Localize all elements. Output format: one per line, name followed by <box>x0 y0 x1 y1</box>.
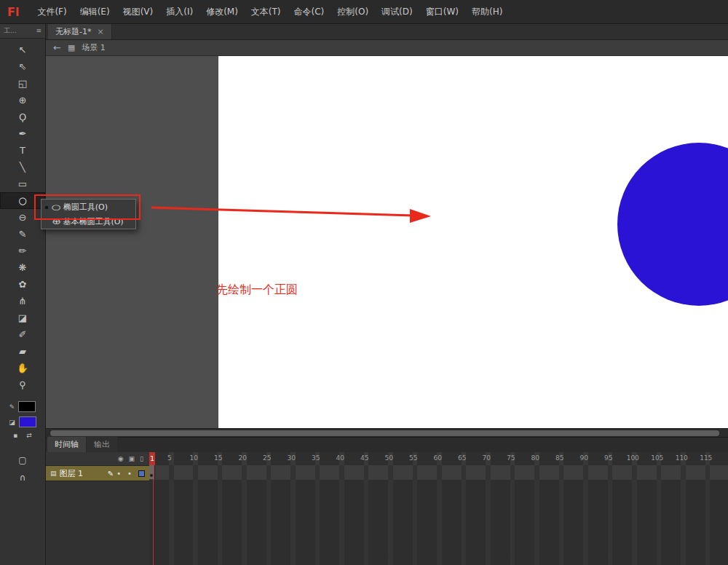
layer-lock-dot[interactable]: • <box>127 470 132 478</box>
color-swatches: ✎ ◪ ▪ ⇄ <box>0 399 45 441</box>
tool-icon: Ϙ <box>19 111 26 122</box>
paint-bucket-tool[interactable]: ◪ <box>0 309 45 326</box>
rectangle-tool[interactable]: ▭ <box>0 175 45 192</box>
back-icon[interactable]: ← <box>53 42 61 53</box>
menu-modify[interactable]: 修改(M) <box>199 1 245 23</box>
tools-panel: 工... ≡ ↖ ⇖ ◱ ⊕ Ϙ ✒ T ╲ ▭ ○ <box>0 23 46 565</box>
3d-rotation-tool[interactable]: ⊕ <box>0 92 45 108</box>
ruler-number: 60 <box>426 454 451 462</box>
ruler-number: 75 <box>499 454 523 462</box>
playhead[interactable]: 1 <box>149 452 156 565</box>
scrollbar-thumb[interactable] <box>50 430 719 436</box>
tool-icon: ⇖ <box>19 61 27 72</box>
eraser-tool[interactable]: ▰ <box>0 343 45 360</box>
layer-visible-dot[interactable]: • <box>116 470 121 478</box>
scene-label: 场景 1 <box>82 42 106 53</box>
eye-icon[interactable]: ◉ <box>118 455 124 462</box>
timeline-panel: 时间轴输出 ◉ ▣ ▯ ▤ 图层 1 ✎ • • <box>46 437 728 565</box>
selection-tool[interactable]: ↖ <box>0 42 45 58</box>
fill-bucket-icon: ◪ <box>9 419 15 426</box>
menu-debug[interactable]: 调试(D) <box>375 1 419 23</box>
tool-icon: ✿ <box>19 279 27 290</box>
layer-frames-row[interactable] <box>149 465 728 481</box>
snap-option[interactable]: ∩ <box>0 469 45 486</box>
subselection-tool[interactable]: ⇖ <box>0 58 45 75</box>
pencil-tool[interactable]: ✎ <box>0 226 45 242</box>
layer-name: 图层 1 <box>60 468 105 479</box>
tool-icon: ⊕ <box>19 95 27 106</box>
swap-colors-icon[interactable]: ⇄ <box>26 432 32 439</box>
line-tool[interactable]: ╲ <box>0 159 45 175</box>
menu-window[interactable]: 窗口(W) <box>419 1 465 23</box>
menu-file[interactable]: 文件(F) <box>31 1 73 23</box>
deco-tool[interactable]: ✿ <box>0 276 45 293</box>
stroke-color-swatch[interactable] <box>18 401 36 412</box>
fill-color-swatch[interactable] <box>19 416 36 427</box>
tool-icon: ❋ <box>19 262 27 273</box>
edit-bar: ← ▦ 场景 1 <box>46 40 728 56</box>
tool-icon: ⚲ <box>19 379 26 390</box>
frame-ruler[interactable]: 5101520253035404550556065707580859095100… <box>149 452 728 466</box>
menu-commands[interactable]: 命令(C) <box>288 1 331 23</box>
tool-option-icon: ∩ <box>20 473 26 483</box>
tool-icon: ✋ <box>17 363 28 374</box>
tool-icon: ⊖ <box>19 212 27 223</box>
zoom-tool[interactable]: ⚲ <box>0 376 45 393</box>
playhead-line <box>153 465 154 565</box>
pen-tool[interactable]: ✒ <box>0 125 45 142</box>
timeline-body: ◉ ▣ ▯ ▤ 图层 1 ✎ • • <box>46 452 728 565</box>
layer-row[interactable]: ▤ 图层 1 ✎ • • <box>46 466 149 481</box>
default-colors-icon[interactable]: ▪ <box>13 432 17 439</box>
tab-output[interactable]: 输出 <box>87 437 117 452</box>
ruler-number: 30 <box>280 454 304 462</box>
panel-menu-icon[interactable]: ≡ <box>36 27 41 34</box>
menu-help[interactable]: 帮助(H) <box>465 1 509 23</box>
tool-icon: T <box>20 145 25 156</box>
menu-text[interactable]: 文本(T) <box>245 1 288 23</box>
free-transform-tool[interactable]: ◱ <box>0 75 45 92</box>
lasso-tool[interactable]: Ϙ <box>0 108 45 125</box>
stage[interactable] <box>218 56 728 428</box>
layer-outline-swatch[interactable] <box>138 470 145 477</box>
menu-insert[interactable]: 插入(I) <box>159 1 199 23</box>
menubar: Fl 文件(F)编辑(E)视图(V)插入(I)修改(M)文本(T)命令(C)控制… <box>0 0 728 24</box>
annotation-arrow <box>146 199 437 226</box>
stage-circle[interactable] <box>617 143 728 306</box>
close-icon[interactable]: × <box>97 27 103 36</box>
object-drawing-option[interactable]: ▢ <box>0 451 45 469</box>
spray-brush-tool[interactable]: ❋ <box>0 259 45 276</box>
tool-icon: ╲ <box>20 162 25 173</box>
ruler-number: 40 <box>328 454 353 462</box>
document-tab-bar: 无标题-1* × <box>46 23 728 40</box>
frames-area: 5101520253035404550556065707580859095100… <box>149 452 728 565</box>
edit-pencil-icon: ✎ <box>108 470 114 478</box>
ruler-number: 90 <box>572 454 597 462</box>
document-tab[interactable]: 无标题-1* × <box>48 23 112 39</box>
ruler-number: 65 <box>450 454 475 462</box>
outline-column-icon[interactable]: ▯ <box>140 455 143 462</box>
ruler-number: 70 <box>475 454 499 462</box>
ruler-number: 85 <box>547 454 572 462</box>
menu-edit[interactable]: 编辑(E) <box>74 1 116 23</box>
ruler-number: 115 <box>694 454 719 462</box>
hand-tool[interactable]: ✋ <box>0 360 45 376</box>
bone-tool[interactable]: ⋔ <box>0 293 45 309</box>
layer-icon: ▤ <box>50 470 57 477</box>
lock-icon[interactable]: ▣ <box>129 455 135 462</box>
playhead-marker[interactable]: 1 <box>149 452 155 465</box>
ruler-number: 100 <box>621 454 646 462</box>
ruler-number: 10 <box>182 454 207 462</box>
brush-tool[interactable]: ✏ <box>0 242 45 259</box>
app-logo: Fl <box>7 5 19 19</box>
eyedropper-tool[interactable]: ✐ <box>0 326 45 343</box>
scene-icon: ▦ <box>68 43 75 52</box>
ruler-number: 20 <box>231 454 256 462</box>
tools-panel-header: 工... ≡ <box>0 23 45 39</box>
menu-view[interactable]: 视图(V) <box>116 1 160 23</box>
tool-icon: ▭ <box>18 178 27 189</box>
menu-control[interactable]: 控制(O) <box>331 1 375 23</box>
tab-timeline[interactable]: 时间轴 <box>47 437 86 452</box>
text-tool[interactable]: T <box>0 142 45 159</box>
tool-icon: ◪ <box>18 312 27 323</box>
tool-icon: ◱ <box>18 78 27 89</box>
